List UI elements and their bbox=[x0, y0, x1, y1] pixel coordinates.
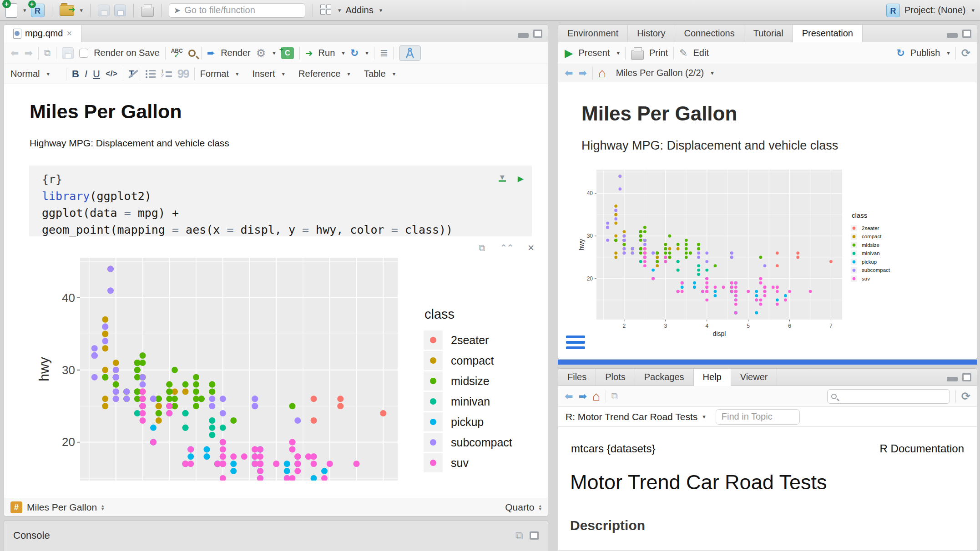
run-chunk-icon[interactable]: ▶ bbox=[518, 170, 524, 187]
maximize-pane-icon[interactable] bbox=[962, 30, 971, 38]
help-forward-icon[interactable]: ➡ bbox=[578, 391, 586, 402]
new-file-icon[interactable] bbox=[5, 3, 17, 18]
collapse-output-icon[interactable]: ⌃⌃ bbox=[500, 242, 513, 253]
present-dropdown[interactable]: ▾ bbox=[616, 50, 620, 56]
table-menu[interactable]: Table bbox=[364, 69, 386, 79]
project-menu[interactable]: Project: (None) bbox=[904, 5, 966, 15]
render-options-dropdown[interactable]: ▾ bbox=[273, 50, 276, 56]
topic-select[interactable]: R: Motor Trend Car Road Tests bbox=[566, 411, 697, 422]
doc-type-select[interactable]: Quarto bbox=[505, 502, 534, 513]
tab-tutorial[interactable]: Tutorial bbox=[744, 25, 793, 42]
gear-icon[interactable]: ⚙ bbox=[256, 47, 266, 60]
publish-button[interactable]: Publish bbox=[910, 48, 940, 58]
tab-plots[interactable]: Plots bbox=[596, 369, 635, 386]
tab-history[interactable]: History bbox=[628, 25, 675, 42]
render-button[interactable]: Render bbox=[221, 48, 251, 58]
slide-selector[interactable]: Miles Per Gallon (2/2) bbox=[616, 68, 704, 78]
slide-forward-icon[interactable]: ➡ bbox=[578, 67, 586, 79]
addins-menu[interactable]: Addins bbox=[346, 5, 374, 15]
back-icon[interactable]: ⬅ bbox=[10, 47, 19, 59]
render-on-save-checkbox[interactable] bbox=[79, 49, 88, 58]
print-icon[interactable] bbox=[141, 7, 154, 17]
numbered-list-icon[interactable]: 1 2 bbox=[161, 70, 172, 77]
spellcheck-icon[interactable]: ABC✓ bbox=[171, 49, 183, 58]
panes-layout-icon[interactable] bbox=[320, 5, 332, 16]
close-output-icon[interactable]: × bbox=[528, 241, 534, 254]
goto-file-input[interactable]: ➤ Go to file/function bbox=[169, 3, 305, 18]
help-home-icon[interactable]: ⌂ bbox=[592, 392, 600, 401]
save-doc-icon[interactable] bbox=[62, 47, 74, 59]
tab-mpg-qmd[interactable]: mpg.qmd × bbox=[4, 25, 81, 42]
find-in-topic-input[interactable]: Find in Topic bbox=[716, 409, 800, 425]
italic-button[interactable]: I bbox=[85, 68, 87, 80]
run-dropdown[interactable]: ▾ bbox=[342, 50, 345, 56]
bullet-list-icon[interactable] bbox=[146, 70, 156, 78]
slide-home-icon[interactable]: ⌂ bbox=[598, 69, 606, 78]
chunk-code: library(ggplot2)ggplot(data = mpg) + geo… bbox=[42, 188, 532, 238]
publish-dropdown[interactable]: ▾ bbox=[947, 50, 950, 56]
minimize-pane-icon[interactable] bbox=[947, 377, 958, 381]
topic-dropdown[interactable]: ▾ bbox=[702, 413, 706, 420]
close-tab-icon[interactable]: × bbox=[66, 28, 72, 39]
present-button[interactable]: Present bbox=[578, 48, 610, 58]
project-dropdown[interactable]: ▾ bbox=[971, 7, 975, 14]
run-chunks-above-icon[interactable]: ▼ bbox=[499, 175, 506, 182]
slide-selector-dropdown[interactable]: ▾ bbox=[711, 70, 714, 76]
tab-presentation[interactable]: Presentation bbox=[793, 25, 863, 42]
slide-menu-icon[interactable] bbox=[566, 336, 585, 349]
visual-editor-toggle[interactable] bbox=[399, 45, 421, 61]
paragraph-style-select[interactable]: Normal bbox=[10, 69, 40, 79]
bold-button[interactable]: B bbox=[72, 68, 79, 80]
new-file-dropdown[interactable]: ▾ bbox=[23, 7, 26, 14]
format-menu[interactable]: Format bbox=[200, 69, 229, 79]
help-back-icon[interactable]: ⬅ bbox=[565, 391, 573, 402]
outline-toggle-icon[interactable]: ≣ bbox=[380, 47, 388, 59]
code-button[interactable]: </> bbox=[106, 69, 117, 79]
tab-viewer[interactable]: Viewer bbox=[731, 369, 778, 386]
reference-menu[interactable]: Reference bbox=[298, 69, 340, 79]
open-file-icon[interactable] bbox=[60, 5, 74, 16]
blockquote-icon[interactable]: 99 bbox=[177, 67, 189, 81]
new-project-icon[interactable]: R bbox=[31, 4, 45, 17]
minimize-pane-icon[interactable] bbox=[947, 33, 958, 38]
maximize-console-icon[interactable] bbox=[530, 531, 539, 540]
popout-help-icon[interactable]: ⧉ bbox=[611, 391, 618, 401]
document-canvas[interactable]: Miles Per Gallon Highway MPG: Displaceme… bbox=[4, 84, 548, 481]
search-doc-icon[interactable] bbox=[188, 50, 196, 57]
save-icon[interactable] bbox=[98, 5, 110, 16]
run-button[interactable]: Run bbox=[318, 48, 335, 58]
rerun-dropdown[interactable]: ▾ bbox=[365, 50, 369, 56]
maximize-pane-icon[interactable] bbox=[962, 373, 971, 381]
popout-source-icon[interactable]: ⧉ bbox=[44, 48, 51, 58]
style-dropdown[interactable]: ▾ bbox=[46, 70, 50, 77]
slide-back-icon[interactable]: ⬅ bbox=[565, 67, 573, 79]
tab-connections[interactable]: Connections bbox=[675, 25, 744, 42]
help-search-input[interactable] bbox=[827, 389, 950, 404]
minimize-pane-icon[interactable] bbox=[518, 33, 529, 38]
maximize-pane-icon[interactable] bbox=[533, 30, 542, 38]
rerun-icon[interactable]: ↻ bbox=[350, 47, 359, 59]
underline-button[interactable]: U bbox=[93, 68, 100, 80]
print-button[interactable]: Print bbox=[649, 48, 668, 58]
save-all-icon[interactable] bbox=[114, 5, 126, 16]
refresh-presentation-icon[interactable]: ⟳ bbox=[961, 47, 970, 60]
popout-output-icon[interactable]: ⧉ bbox=[479, 243, 485, 253]
panes-dropdown[interactable]: ▾ bbox=[338, 7, 341, 14]
edit-button[interactable]: Edit bbox=[693, 48, 709, 58]
addins-dropdown[interactable]: ▾ bbox=[379, 7, 383, 14]
popout-console-icon[interactable]: ⧉ bbox=[515, 529, 523, 542]
clear-format-icon[interactable]: T bbox=[129, 69, 134, 79]
status-heading-select[interactable]: Miles Per Gallon bbox=[27, 502, 97, 513]
insert-chunk-icon[interactable]: C bbox=[281, 47, 294, 59]
insert-menu[interactable]: Insert bbox=[253, 69, 275, 79]
refresh-help-icon[interactable]: ⟳ bbox=[961, 390, 970, 403]
open-file-dropdown[interactable]: ▾ bbox=[80, 7, 83, 14]
pane-focus-divider[interactable] bbox=[558, 360, 977, 365]
tab-files[interactable]: Files bbox=[558, 369, 596, 386]
code-chunk[interactable]: {r} library(ggplot2)ggplot(data = mpg) +… bbox=[29, 165, 532, 236]
tab-packages[interactable]: Packages bbox=[635, 369, 694, 386]
tab-environment[interactable]: Environment bbox=[558, 25, 628, 42]
print-slides-icon[interactable] bbox=[631, 50, 644, 60]
tab-help[interactable]: Help bbox=[694, 369, 731, 386]
forward-icon[interactable]: ➡ bbox=[24, 47, 32, 59]
